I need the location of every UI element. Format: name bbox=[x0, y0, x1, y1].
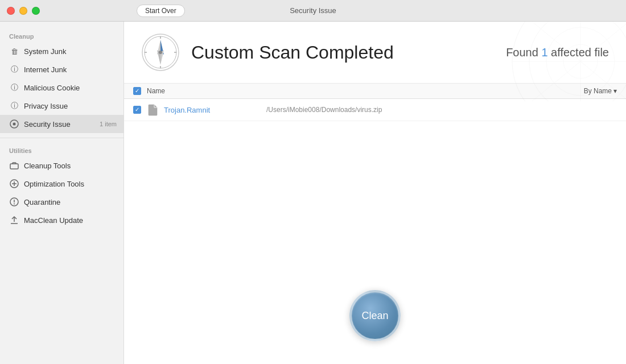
svg-rect-2 bbox=[10, 164, 18, 169]
sidebar-item-internet-junk[interactable]: ⓘ Internet Junk bbox=[0, 60, 123, 78]
sidebar-item-optimization-tools[interactable]: Optimization Tools bbox=[0, 175, 123, 193]
select-all-checkbox[interactable] bbox=[133, 87, 141, 95]
content-header: Custom Scan Completed Found 1 affected f… bbox=[124, 22, 626, 84]
window-title: Security Issue bbox=[290, 6, 336, 15]
table-row[interactable]: Trojan.Ramnit /Users/iMobie008/Downloads… bbox=[124, 99, 626, 121]
svg-point-8 bbox=[14, 204, 15, 205]
sidebar-item-label: Privacy Issue bbox=[24, 102, 68, 110]
affected-label: affected file bbox=[548, 46, 609, 59]
sidebar-item-label: Security Issue bbox=[24, 120, 71, 129]
file-name: Trojan.Ramnit bbox=[164, 106, 255, 114]
sidebar-item-label: Cleanup Tools bbox=[24, 162, 71, 170]
table-header: Name By Name ▾ bbox=[124, 84, 626, 99]
close-button[interactable] bbox=[7, 7, 15, 15]
utilities-section-label: Utilities bbox=[0, 143, 123, 156]
sidebar-item-quarantine[interactable]: Quarantine bbox=[0, 193, 123, 211]
sidebar-item-badge: 1 item bbox=[100, 121, 117, 127]
info-circle-icon: ⓘ bbox=[9, 64, 19, 75]
row-checkbox-cell bbox=[133, 106, 147, 114]
sidebar-divider bbox=[0, 138, 123, 138]
sidebar-item-system-junk[interactable]: 🗑 System Junk bbox=[0, 42, 123, 60]
shield-icon bbox=[9, 119, 19, 129]
briefcase-icon bbox=[9, 160, 19, 171]
header-checkbox-cell bbox=[133, 87, 147, 95]
sidebar-item-macclean-update[interactable]: MacClean Update bbox=[0, 211, 123, 229]
sidebar-item-label: Quarantine bbox=[24, 198, 60, 206]
sidebar-item-label: Internet Junk bbox=[24, 65, 67, 74]
chevron-down-icon: ▾ bbox=[613, 87, 617, 95]
svg-point-1 bbox=[13, 123, 16, 126]
file-path: /Users/iMobie008/Downloads/virus.zip bbox=[266, 106, 382, 114]
minimize-button[interactable] bbox=[19, 7, 27, 15]
name-column-header: Name bbox=[147, 87, 584, 95]
found-label: Found bbox=[506, 46, 541, 59]
clean-button-area: Clean bbox=[349, 290, 401, 341]
svg-point-28 bbox=[159, 51, 162, 54]
scan-title: Custom Scan Completed bbox=[191, 42, 394, 63]
sidebar-item-label: MacClean Update bbox=[24, 216, 83, 225]
clean-button[interactable]: Clean bbox=[349, 290, 401, 341]
compass-icon bbox=[141, 33, 180, 72]
start-over-button[interactable]: Start Over bbox=[137, 5, 185, 17]
found-count: 1 bbox=[541, 46, 547, 59]
maximize-button[interactable] bbox=[32, 7, 40, 15]
file-icon bbox=[147, 104, 159, 116]
sidebar-item-malicious-cookie[interactable]: ⓘ Malicious Cookie bbox=[0, 78, 123, 97]
found-text: Found 1 affected file bbox=[506, 46, 609, 59]
row-checkbox[interactable] bbox=[133, 106, 141, 114]
sidebar-item-cleanup-tools[interactable]: Cleanup Tools bbox=[0, 156, 123, 175]
sidebar-item-label: System Junk bbox=[24, 47, 66, 56]
title-bar: Start Over Security Issue bbox=[0, 0, 626, 22]
main-layout: Cleanup 🗑 System Junk ⓘ Internet Junk ⓘ … bbox=[0, 22, 626, 364]
sidebar-item-label: Malicious Cookie bbox=[24, 84, 80, 92]
sidebar-item-privacy-issue[interactable]: ⓘ Privacy Issue bbox=[0, 97, 123, 115]
sort-label: By Name bbox=[584, 87, 612, 95]
upload-icon bbox=[9, 215, 19, 225]
trash-icon: 🗑 bbox=[9, 46, 19, 56]
quarantine-icon bbox=[9, 197, 19, 207]
header-left: Custom Scan Completed bbox=[141, 33, 394, 72]
info-circle-icon: ⓘ bbox=[9, 82, 19, 93]
window-controls bbox=[7, 7, 40, 15]
cleanup-section-label: Cleanup bbox=[0, 28, 123, 42]
circle-plus-icon bbox=[9, 179, 19, 189]
sidebar-item-label: Optimization Tools bbox=[24, 180, 84, 188]
sort-control[interactable]: By Name ▾ bbox=[584, 87, 617, 95]
content-area: Custom Scan Completed Found 1 affected f… bbox=[124, 22, 626, 364]
sidebar-item-security-issue[interactable]: Security Issue 1 item bbox=[0, 115, 123, 133]
info-circle-icon: ⓘ bbox=[9, 101, 19, 111]
sidebar: Cleanup 🗑 System Junk ⓘ Internet Junk ⓘ … bbox=[0, 22, 124, 364]
